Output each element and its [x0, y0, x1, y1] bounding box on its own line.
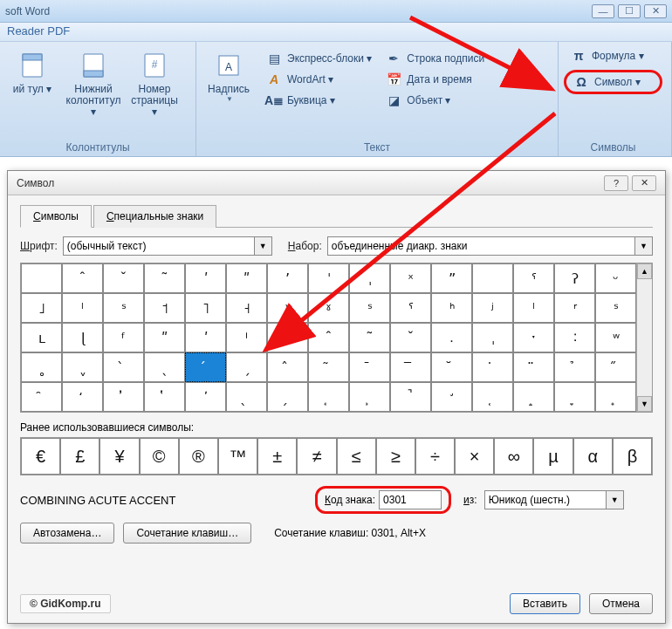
symbol-cell[interactable]: ̚	[390, 382, 431, 412]
symbol-cell[interactable]: ʹ	[185, 323, 226, 352]
recent-symbol-cell[interactable]: α	[573, 438, 613, 475]
symbol-cell[interactable]: ̖	[226, 382, 267, 412]
symbol-cell[interactable]: ˑ	[513, 323, 554, 352]
symbol-cell[interactable]: ʔ	[554, 263, 595, 293]
symbol-cell[interactable]: ̞	[554, 382, 595, 412]
symbol-cell[interactable]: ̟	[595, 382, 636, 412]
insert-button[interactable]: Вставить	[510, 593, 580, 614]
symbol-cell[interactable]: ́	[185, 352, 226, 382]
equation-button[interactable]: πФормула ▾	[564, 45, 662, 66]
quick-parts-button[interactable]: ▤Экспресс-блоки ▾	[263, 49, 375, 68]
recent-symbol-cell[interactable]: β	[613, 438, 652, 475]
recent-symbol-cell[interactable]: £	[60, 438, 99, 475]
symbol-cell[interactable]: ˌ	[472, 323, 513, 352]
symbol-cell[interactable]: ̔	[144, 382, 185, 412]
wordart-button[interactable]: AWordArt ▾	[263, 70, 375, 89]
symbol-cell[interactable]: ̒	[62, 382, 103, 412]
symbol-cell[interactable]: ˢ	[103, 293, 144, 323]
scroll-down-button[interactable]: ▼	[637, 396, 652, 412]
symbol-cell[interactable]: ᵕ	[595, 263, 636, 293]
symbol-cell[interactable]: ˄	[267, 323, 308, 352]
symbol-cell[interactable]: ̇	[472, 352, 513, 382]
signature-line-button[interactable]: ✒Строка подписи	[382, 49, 488, 68]
symbol-cell[interactable]: ɭ	[62, 323, 103, 352]
cancel-button[interactable]: Отмена	[589, 593, 653, 614]
symbol-cell[interactable]	[472, 263, 513, 293]
code-from-select[interactable]	[484, 490, 607, 509]
shortcut-key-button[interactable]: Сочетание клавиш…	[123, 523, 251, 544]
symbol-cell[interactable]: ̅	[390, 352, 431, 382]
symbol-cell[interactable]: ̙	[349, 382, 390, 412]
symbol-cell[interactable]: ̕	[185, 382, 226, 412]
page-number-button[interactable]: # Номер страницы ▾	[127, 45, 182, 140]
code-from-caret[interactable]: ▼	[607, 490, 624, 509]
tab-symbols[interactable]: Символы	[20, 205, 92, 228]
symbol-cell[interactable]: ˳	[21, 352, 62, 382]
recent-symbol-cell[interactable]: ×	[455, 438, 494, 475]
autocorrect-button[interactable]: Автозамена…	[20, 523, 114, 544]
dialog-close-button[interactable]: ✕	[632, 175, 656, 191]
symbol-cell[interactable]: ̘	[308, 382, 349, 412]
symbol-cell[interactable]: ̛	[431, 382, 472, 412]
symbol-cell[interactable]: ˏ	[226, 352, 267, 382]
symbol-cell[interactable]: ̉	[554, 352, 595, 382]
symbol-cell[interactable]: ˩	[21, 293, 62, 323]
symbol-cell[interactable]: ˇ	[390, 323, 431, 352]
symbol-cell[interactable]: ˜	[144, 263, 185, 293]
scroll-up-button[interactable]: ▲	[637, 263, 652, 279]
symbol-cell[interactable]	[21, 263, 62, 293]
object-button[interactable]: ◪Объект ▾	[382, 91, 488, 110]
symbol-cell[interactable]: ˥	[185, 293, 226, 323]
symbol-button[interactable]: ΩСимвол ▾	[564, 70, 662, 94]
subset-select-caret[interactable]: ▼	[635, 236, 653, 256]
header-button[interactable]: ий тул ▾	[5, 45, 59, 140]
symbol-cell[interactable]: ˸	[554, 323, 595, 352]
window-close-button[interactable]: ✕	[644, 4, 667, 18]
symbol-cell[interactable]: ˢ	[595, 293, 636, 323]
window-minimize-button[interactable]: —	[592, 4, 614, 18]
tab-special-chars[interactable]: Специальные знаки	[93, 205, 216, 228]
symbol-cell[interactable]: ̜	[472, 382, 513, 412]
symbol-cell[interactable]: ˡ	[513, 293, 554, 323]
symbol-cell[interactable]: ˤ	[513, 263, 554, 293]
recent-symbol-cell[interactable]: ©	[140, 438, 179, 475]
recent-symbol-cell[interactable]: ±	[257, 438, 297, 475]
symbol-cell[interactable]: ̗	[267, 382, 308, 412]
symbol-cell[interactable]: ̓	[103, 382, 144, 412]
symbol-cell[interactable]: ˣ	[390, 263, 431, 293]
footer-button[interactable]: Нижний колонтитул ▾	[66, 45, 120, 140]
symbol-cell[interactable]: ˬ	[62, 352, 103, 382]
symbol-cell[interactable]: ʲ	[472, 293, 513, 323]
window-maximize-button[interactable]: ☐	[618, 4, 641, 18]
symbol-cell[interactable]: ˧	[226, 293, 267, 323]
recent-symbol-cell[interactable]: ®	[179, 438, 218, 475]
symbol-cell[interactable]: ʺ	[144, 323, 185, 352]
symbol-cell[interactable]: ̄	[349, 352, 390, 382]
symbol-cell[interactable]: ˌ	[349, 263, 390, 293]
recent-symbol-cell[interactable]: ≥	[376, 438, 415, 475]
textbox-button[interactable]: A Надпись▼	[202, 45, 256, 140]
symbol-cell[interactable]: ʺ	[226, 263, 267, 293]
symbol-cell[interactable]: .	[431, 323, 472, 352]
recent-symbol-cell[interactable]: µ	[533, 438, 573, 475]
dropcap-button[interactable]: A≣Буквица ▾	[263, 91, 375, 110]
grid-scrollbar[interactable]: ▲ ▼	[636, 263, 652, 412]
symbol-cell[interactable]: ˦	[144, 293, 185, 323]
symbol-cell[interactable]: ̈	[513, 352, 554, 382]
symbol-cell[interactable]: ̝	[513, 382, 554, 412]
symbol-cell[interactable]: ᴵ	[226, 323, 267, 352]
symbol-cell[interactable]: ˤ	[390, 293, 431, 323]
recent-symbol-cell[interactable]: ™	[218, 438, 257, 475]
symbol-cell[interactable]: ʷ	[595, 323, 636, 352]
symbol-cell[interactable]: ʳ	[554, 293, 595, 323]
recent-symbol-cell[interactable]: ≤	[337, 438, 376, 475]
symbol-cell[interactable]: ˎ	[144, 352, 185, 382]
symbol-cell[interactable]: ˆ	[62, 263, 103, 293]
symbol-cell[interactable]: ʼ	[267, 263, 308, 293]
recent-symbol-cell[interactable]: ¥	[99, 438, 139, 475]
dialog-help-button[interactable]: ?	[604, 175, 628, 191]
recent-symbol-cell[interactable]: ≠	[297, 438, 336, 475]
symbol-cell[interactable]: ̑	[21, 382, 62, 412]
symbol-cell[interactable]: ̂	[267, 352, 308, 382]
font-select[interactable]	[63, 236, 255, 256]
